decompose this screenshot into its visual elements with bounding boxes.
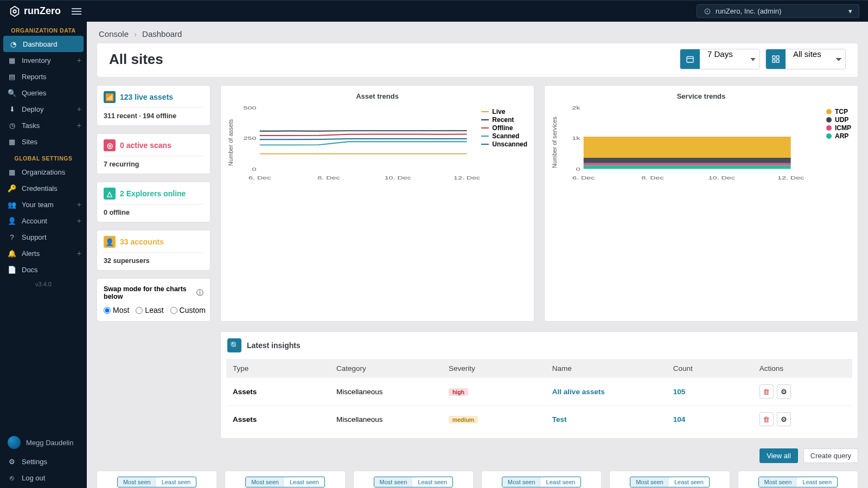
gear-icon[interactable]: ⚙ (777, 412, 791, 426)
legend-item: ICMP (826, 124, 851, 132)
stat-scans[interactable]: ◎0 active scans 7 recurring (97, 133, 210, 174)
mini-toggle[interactable]: Most seen Least seen (117, 477, 197, 487)
sidebar-item-deploy[interactable]: ⬇Deploy+ (0, 101, 87, 117)
swap-radio-least[interactable]: Least (136, 306, 163, 314)
cell-name[interactable]: All alive assets (552, 388, 673, 396)
view-all-button[interactable]: View all (760, 448, 798, 463)
mini-toggle[interactable]: Most seen Least seen (245, 477, 325, 487)
svg-rect-3 (687, 56, 693, 62)
org-selector[interactable]: runZero, Inc. (admin) ▾ (697, 4, 859, 18)
cell-severity: medium (449, 415, 552, 423)
nav-icon: ◷ (8, 121, 16, 130)
page-title: All sites (109, 51, 163, 68)
tab-most-seen[interactable]: Most seen (502, 477, 541, 487)
gear-icon[interactable]: ⚙ (777, 384, 791, 399)
tab-least-seen[interactable]: Least seen (541, 477, 581, 487)
delete-icon[interactable]: 🗑 (760, 384, 774, 399)
crumb-console[interactable]: Console (99, 29, 129, 38)
grid-icon (766, 49, 786, 69)
plus-icon[interactable]: + (77, 121, 81, 130)
svg-rect-8 (776, 60, 779, 62)
swap-radio-most[interactable]: Most (104, 306, 129, 314)
sidebar-item-sites[interactable]: ▦Sites (0, 133, 87, 150)
tab-most-seen[interactable]: Most seen (759, 477, 797, 487)
tab-most-seen[interactable]: Most seen (118, 477, 156, 487)
sidebar-item-account[interactable]: 👤Account+ (0, 213, 87, 229)
svg-text:500: 500 (243, 105, 256, 111)
calendar-icon (680, 49, 700, 69)
stat-explorers[interactable]: △2 Explorers online 0 offline (97, 182, 210, 222)
nav-icon: ▦ (8, 137, 16, 146)
nav-icon: 🔑 (8, 184, 16, 192)
plus-icon[interactable]: + (77, 105, 81, 113)
menu-toggle-icon[interactable] (72, 7, 81, 16)
page-header: All sites 7 Days All sites (97, 43, 858, 78)
sidebar-settings[interactable]: ⚙ Settings (0, 453, 87, 470)
col-header: Actions (760, 364, 846, 373)
sidebar-item-organizations[interactable]: ▦Organizations (0, 164, 87, 180)
cell-count[interactable]: 105 (673, 388, 760, 396)
range-selector[interactable]: 7 Days (680, 49, 760, 69)
sidebar-item-tasks[interactable]: ◷Tasks+ (0, 117, 87, 133)
logout-icon: ⎋ (8, 473, 16, 482)
app-logo[interactable]: runZero (9, 5, 61, 17)
svg-rect-6 (776, 56, 779, 59)
status-column: 📶123 live assets 311 recent · 194 offlin… (97, 85, 210, 322)
plus-icon[interactable]: + (77, 249, 81, 258)
user-block[interactable]: Megg Daudelin (0, 432, 87, 453)
user-name: Megg Daudelin (26, 439, 73, 447)
create-query-button[interactable]: Create query (803, 448, 858, 463)
mini-toggle[interactable]: Most seen Least seen (502, 477, 582, 487)
sidebar-item-credentials[interactable]: 🔑Credentials (0, 180, 87, 196)
mini-toggle[interactable]: Most seen Least seen (630, 477, 710, 487)
mini-chart-operating_systems: Most seen Least seen Most seen operating… (225, 471, 345, 488)
sidebar-item-queries[interactable]: 🔍Queries (0, 85, 87, 101)
plus-icon[interactable]: + (77, 56, 81, 65)
chevron-down-icon: ▾ (848, 7, 852, 15)
info-icon[interactable]: ⓘ (196, 288, 203, 298)
sidebar-item-support[interactable]: ?Support (0, 229, 87, 245)
site-selector[interactable]: All sites (765, 49, 846, 69)
cell-count[interactable]: 104 (673, 415, 760, 423)
sidebar-item-reports[interactable]: ▤Reports (0, 68, 87, 85)
tab-least-seen[interactable]: Least seen (284, 477, 324, 487)
sidebar-item-your-team[interactable]: 👥Your team+ (0, 196, 87, 213)
col-header: Count (673, 364, 760, 373)
mini-toggle[interactable]: Most seen Least seen (374, 477, 454, 487)
cell-name[interactable]: Test (552, 415, 673, 423)
swap-radio-custom[interactable]: Custom (170, 306, 206, 314)
svg-text:10. Dec: 10. Dec (385, 175, 411, 181)
nav-icon: 📄 (8, 265, 16, 274)
section-title: ORGANIZATION DATA (0, 22, 87, 36)
tab-most-seen[interactable]: Most seen (374, 477, 413, 487)
legend-item: UDP (826, 116, 851, 124)
insights-card: 🔍 Latest insights TypeCategorySeverityNa… (220, 331, 858, 439)
tab-most-seen[interactable]: Most seen (630, 477, 669, 487)
tab-least-seen[interactable]: Least seen (156, 477, 196, 487)
sidebar-logout[interactable]: ⎋ Log out (0, 470, 87, 486)
tab-most-seen[interactable]: Most seen (246, 477, 284, 487)
nav-icon: 👤 (8, 216, 16, 225)
nav-icon: ◔ (9, 40, 17, 48)
svg-text:8. Dec: 8. Dec (317, 175, 340, 181)
col-header: Severity (449, 364, 552, 373)
logo-icon (9, 5, 21, 17)
sidebar-item-inventory[interactable]: ▦Inventory+ (0, 52, 87, 68)
crumb-dashboard[interactable]: Dashboard (142, 29, 182, 38)
sidebar-item-docs[interactable]: 📄Docs (0, 261, 87, 278)
svg-text:6. Dec: 6. Dec (572, 175, 595, 181)
legend-item: Offline (481, 124, 527, 132)
plus-icon[interactable]: + (77, 200, 81, 209)
sidebar-item-alerts[interactable]: 🔔Alerts+ (0, 245, 87, 261)
topbar: runZero runZero, Inc. (admin) ▾ (0, 0, 868, 22)
stat-assets[interactable]: 📶123 live assets 311 recent · 194 offlin… (97, 85, 210, 126)
tab-least-seen[interactable]: Least seen (412, 477, 452, 487)
tab-least-seen[interactable]: Least seen (797, 477, 837, 487)
tab-least-seen[interactable]: Least seen (669, 477, 709, 487)
stat-accounts[interactable]: 👤33 accounts 32 superusers (97, 230, 210, 271)
nav-icon: 🔔 (8, 249, 16, 258)
mini-toggle[interactable]: Most seen Least seen (758, 477, 838, 487)
plus-icon[interactable]: + (77, 216, 81, 225)
delete-icon[interactable]: 🗑 (760, 412, 774, 426)
sidebar-item-dashboard[interactable]: ◔Dashboard (3, 36, 84, 52)
